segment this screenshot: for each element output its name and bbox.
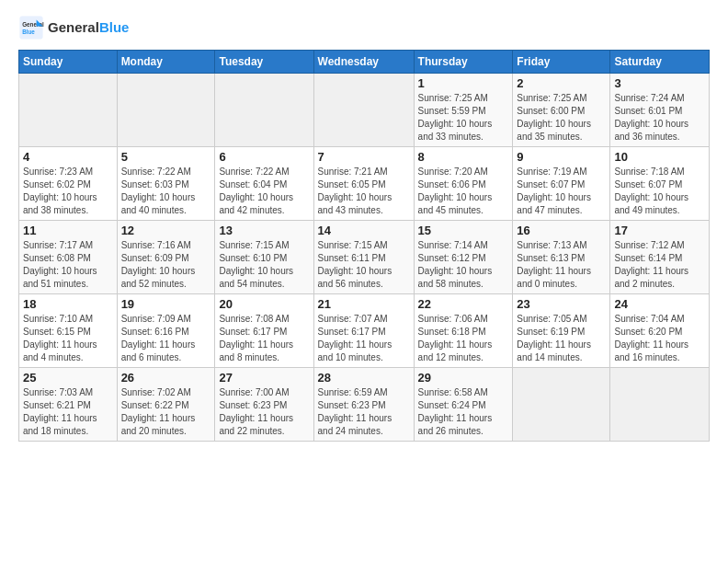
day-number: 6: [219, 150, 309, 164]
calendar-header-tuesday: Tuesday: [215, 51, 313, 74]
day-number: 27: [219, 371, 309, 385]
day-info: Sunrise: 7:18 AM Sunset: 6:07 PM Dayligh…: [614, 166, 705, 217]
calendar-week-row: 4Sunrise: 7:23 AM Sunset: 6:02 PM Daylig…: [19, 147, 710, 221]
calendar-header-saturday: Saturday: [610, 51, 710, 74]
calendar-week-row: 18Sunrise: 7:10 AM Sunset: 6:15 PM Dayli…: [19, 294, 710, 368]
calendar-header-thursday: Thursday: [414, 51, 513, 74]
calendar-cell: 9Sunrise: 7:19 AM Sunset: 6:07 PM Daylig…: [513, 147, 610, 221]
day-number: 22: [418, 297, 509, 311]
day-info: Sunrise: 7:08 AM Sunset: 6:17 PM Dayligh…: [219, 313, 309, 364]
calendar-cell: 22Sunrise: 7:06 AM Sunset: 6:18 PM Dayli…: [414, 294, 513, 368]
day-info: Sunrise: 7:19 AM Sunset: 6:07 PM Dayligh…: [517, 166, 606, 217]
calendar-week-row: 1Sunrise: 7:25 AM Sunset: 5:59 PM Daylig…: [19, 74, 710, 147]
day-info: Sunrise: 7:15 AM Sunset: 6:11 PM Dayligh…: [318, 239, 410, 291]
day-number: 1: [418, 76, 509, 90]
day-number: 25: [23, 371, 113, 385]
day-info: Sunrise: 7:25 AM Sunset: 6:00 PM Dayligh…: [517, 92, 606, 144]
day-number: 7: [318, 150, 410, 164]
calendar-cell: [610, 368, 710, 442]
calendar-cell: 7Sunrise: 7:21 AM Sunset: 6:05 PM Daylig…: [313, 147, 414, 221]
calendar-cell: 15Sunrise: 7:14 AM Sunset: 6:12 PM Dayli…: [414, 221, 513, 294]
day-info: Sunrise: 7:22 AM Sunset: 6:04 PM Dayligh…: [219, 166, 309, 217]
day-number: 29: [418, 371, 509, 385]
day-info: Sunrise: 7:06 AM Sunset: 6:18 PM Dayligh…: [418, 313, 509, 364]
calendar-cell: 11Sunrise: 7:17 AM Sunset: 6:08 PM Dayli…: [19, 221, 118, 294]
day-number: 19: [121, 297, 211, 311]
day-number: 26: [121, 371, 211, 385]
day-info: Sunrise: 7:22 AM Sunset: 6:03 PM Dayligh…: [121, 166, 211, 217]
day-info: Sunrise: 7:00 AM Sunset: 6:23 PM Dayligh…: [219, 386, 309, 438]
calendar-cell: 4Sunrise: 7:23 AM Sunset: 6:02 PM Daylig…: [19, 147, 118, 221]
day-info: Sunrise: 7:13 AM Sunset: 6:13 PM Dayligh…: [517, 239, 606, 291]
logo-text: GeneralBlue: [48, 19, 129, 36]
calendar-cell: 23Sunrise: 7:05 AM Sunset: 6:19 PM Dayli…: [513, 294, 610, 368]
calendar-cell: 18Sunrise: 7:10 AM Sunset: 6:15 PM Dayli…: [19, 294, 118, 368]
day-number: 20: [219, 297, 309, 311]
calendar-cell: [117, 74, 215, 147]
calendar-header-wednesday: Wednesday: [313, 51, 414, 74]
calendar-cell: 21Sunrise: 7:07 AM Sunset: 6:17 PM Dayli…: [313, 294, 414, 368]
calendar-cell: 20Sunrise: 7:08 AM Sunset: 6:17 PM Dayli…: [215, 294, 313, 368]
calendar-cell: 19Sunrise: 7:09 AM Sunset: 6:16 PM Dayli…: [117, 294, 215, 368]
calendar-cell: 29Sunrise: 6:58 AM Sunset: 6:24 PM Dayli…: [414, 368, 513, 442]
day-number: 16: [517, 224, 606, 237]
day-info: Sunrise: 7:10 AM Sunset: 6:15 PM Dayligh…: [23, 313, 113, 364]
day-info: Sunrise: 7:16 AM Sunset: 6:09 PM Dayligh…: [121, 239, 211, 291]
calendar-week-row: 11Sunrise: 7:17 AM Sunset: 6:08 PM Dayli…: [19, 221, 710, 294]
calendar-cell: [513, 368, 610, 442]
calendar-cell: 13Sunrise: 7:15 AM Sunset: 6:10 PM Dayli…: [215, 221, 313, 294]
day-info: Sunrise: 7:24 AM Sunset: 6:01 PM Dayligh…: [614, 92, 705, 144]
day-info: Sunrise: 7:15 AM Sunset: 6:10 PM Dayligh…: [219, 239, 309, 291]
header: General Blue GeneralBlue: [18, 15, 710, 40]
calendar-cell: 2Sunrise: 7:25 AM Sunset: 6:00 PM Daylig…: [513, 74, 610, 147]
calendar-cell: 24Sunrise: 7:04 AM Sunset: 6:20 PM Dayli…: [610, 294, 710, 368]
day-info: Sunrise: 6:58 AM Sunset: 6:24 PM Dayligh…: [418, 386, 509, 438]
page: General Blue GeneralBlue SundayMondayTue…: [0, 0, 728, 451]
calendar-cell: 12Sunrise: 7:16 AM Sunset: 6:09 PM Dayli…: [117, 221, 215, 294]
calendar-cell: 28Sunrise: 6:59 AM Sunset: 6:23 PM Dayli…: [313, 368, 414, 442]
day-number: 21: [318, 297, 410, 311]
day-info: Sunrise: 7:23 AM Sunset: 6:02 PM Dayligh…: [23, 166, 113, 217]
calendar-header-monday: Monday: [117, 51, 215, 74]
day-number: 18: [23, 297, 113, 311]
day-info: Sunrise: 7:07 AM Sunset: 6:17 PM Dayligh…: [318, 313, 410, 364]
calendar-cell: [215, 74, 313, 147]
calendar-cell: 17Sunrise: 7:12 AM Sunset: 6:14 PM Dayli…: [610, 221, 710, 294]
day-info: Sunrise: 7:04 AM Sunset: 6:20 PM Dayligh…: [614, 313, 705, 364]
day-number: 28: [318, 371, 410, 385]
day-info: Sunrise: 7:09 AM Sunset: 6:16 PM Dayligh…: [121, 313, 211, 364]
calendar-cell: 10Sunrise: 7:18 AM Sunset: 6:07 PM Dayli…: [610, 147, 710, 221]
day-number: 11: [23, 224, 113, 237]
calendar-cell: 27Sunrise: 7:00 AM Sunset: 6:23 PM Dayli…: [215, 368, 313, 442]
day-info: Sunrise: 7:14 AM Sunset: 6:12 PM Dayligh…: [418, 239, 509, 291]
day-number: 5: [121, 150, 211, 164]
day-info: Sunrise: 7:21 AM Sunset: 6:05 PM Dayligh…: [318, 166, 410, 217]
logo: General Blue GeneralBlue: [18, 15, 129, 40]
calendar-header-sunday: Sunday: [19, 51, 118, 74]
day-number: 4: [23, 150, 113, 164]
calendar-header-friday: Friday: [513, 51, 610, 74]
calendar-cell: 6Sunrise: 7:22 AM Sunset: 6:04 PM Daylig…: [215, 147, 313, 221]
day-number: 9: [517, 150, 606, 164]
day-info: Sunrise: 7:25 AM Sunset: 5:59 PM Dayligh…: [418, 92, 509, 144]
day-info: Sunrise: 6:59 AM Sunset: 6:23 PM Dayligh…: [318, 386, 410, 438]
calendar-cell: 3Sunrise: 7:24 AM Sunset: 6:01 PM Daylig…: [610, 74, 710, 147]
calendar-cell: 25Sunrise: 7:03 AM Sunset: 6:21 PM Dayli…: [19, 368, 118, 442]
calendar-cell: [313, 74, 414, 147]
day-number: 3: [614, 76, 705, 90]
logo-icon: General Blue: [18, 15, 44, 40]
calendar-cell: [19, 74, 118, 147]
day-number: 14: [318, 224, 410, 237]
calendar-cell: 8Sunrise: 7:20 AM Sunset: 6:06 PM Daylig…: [414, 147, 513, 221]
day-number: 15: [418, 224, 509, 237]
day-number: 12: [121, 224, 211, 237]
day-number: 17: [614, 224, 705, 237]
calendar-header-row: SundayMondayTuesdayWednesdayThursdayFrid…: [19, 51, 710, 74]
day-number: 8: [418, 150, 509, 164]
day-number: 10: [614, 150, 705, 164]
calendar-cell: 1Sunrise: 7:25 AM Sunset: 5:59 PM Daylig…: [414, 74, 513, 147]
svg-text:Blue: Blue: [22, 29, 35, 35]
svg-rect-0: [19, 16, 42, 39]
calendar-cell: 5Sunrise: 7:22 AM Sunset: 6:03 PM Daylig…: [117, 147, 215, 221]
day-info: Sunrise: 7:12 AM Sunset: 6:14 PM Dayligh…: [614, 239, 705, 291]
